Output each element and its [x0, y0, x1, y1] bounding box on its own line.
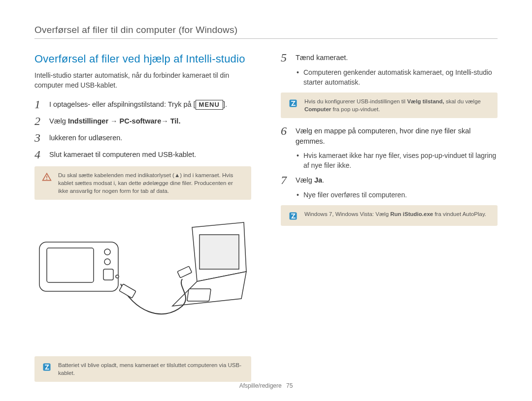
warning-text: Du skal sætte kabelenden med indikatorly… — [58, 171, 244, 195]
step-7-bullets: Nye filer overføres til computeren. — [281, 190, 498, 200]
page-number: 75 — [286, 382, 293, 389]
svg-point-5 — [104, 259, 110, 265]
step-text: lukkeren for udløseren. — [49, 133, 122, 143]
step-7: 7 Vælg Ja. — [281, 175, 498, 186]
warning-note: Du skal sætte kabelenden med indikatorly… — [34, 166, 251, 200]
s7p: Vælg — [296, 176, 314, 184]
svg-rect-8 — [200, 235, 239, 269]
step-text: Slut kameraet til computeren med USB-kab… — [49, 150, 196, 160]
n5d: fra pop up-vinduet. — [331, 106, 380, 112]
step-6-bullets: Hvis kameraet ikke har nye filer, vises … — [281, 151, 498, 171]
step-text: Vælg Ja. — [296, 175, 324, 185]
svg-point-1 — [46, 179, 47, 180]
section-title: Overførsel af filer ved hjælp af Intelli… — [34, 53, 251, 65]
svg-rect-11 — [177, 266, 192, 278]
n7c: fra vinduet AutoPlay. — [433, 211, 486, 217]
info-note-left: Batteriet vil blive opladt, mens kamerae… — [34, 356, 251, 382]
step-6: 6 Vælg en mappe på computeren, hvor dine… — [281, 126, 498, 147]
info-text-7: Windows 7, Windows Vista: Vælg Run iStud… — [304, 210, 486, 221]
step-3: 3 lukkeren for udløseren. — [34, 133, 251, 144]
svg-point-4 — [104, 249, 110, 255]
bullet-item: Nye filer overføres til computeren. — [297, 190, 498, 200]
step2-prefix: Vælg — [49, 117, 68, 125]
s7b: Ja — [314, 176, 322, 184]
info-note-7: Windows 7, Windows Vista: Vælg Run iStud… — [281, 205, 498, 226]
n5c: skal du vælge — [444, 98, 481, 104]
breadcrumb: Overførsel af filer til din computer (fo… — [34, 25, 498, 35]
step-2: 2 Vælg Indstillinger → PC-software→ Til. — [34, 116, 251, 127]
info-note-icon — [288, 210, 299, 221]
step-number: 7 — [281, 174, 290, 186]
warning-triangle-icon — [41, 171, 52, 195]
step2-bold: Indstillinger → PC-software→ Til. — [68, 117, 181, 125]
connection-illustration — [34, 213, 251, 340]
info-note-icon — [41, 361, 52, 377]
bullet-item: Computeren genkender automatisk kameraet… — [297, 67, 498, 88]
step-4: 4 Slut kameraet til computeren med USB-k… — [34, 150, 251, 160]
step1-suffix: ]. — [223, 100, 227, 108]
footer-section: Afspille/redigere — [239, 382, 282, 389]
svg-rect-10 — [119, 284, 136, 298]
left-column: Overførsel af filer ved hjælp af Intelli… — [34, 53, 251, 390]
n5a: Hvis du konfigurerer USB-indstillingen t… — [304, 98, 407, 104]
s7s: . — [322, 176, 324, 184]
step-text: Vælg Indstillinger → PC-software→ Til. — [49, 116, 180, 126]
svg-rect-9 — [187, 289, 211, 301]
n5b1: Vælg tilstand, — [407, 98, 444, 104]
step-text: I optagelses- eller afspilningstilstand:… — [49, 99, 227, 110]
warn-a: Du skal sætte kabelenden med indikatorly… — [58, 172, 174, 178]
divider — [34, 38, 498, 39]
svg-rect-6 — [103, 269, 113, 280]
intro-text: Intelli-studio starter automatisk, når d… — [34, 70, 251, 91]
step-number: 6 — [281, 125, 290, 137]
step-number: 1 — [34, 98, 43, 110]
step-number: 4 — [34, 149, 43, 160]
step-text: Vælg en mappe på computeren, hvor dine n… — [296, 126, 498, 147]
n5b2: Computer — [304, 106, 331, 112]
step1-prefix: I optagelses- eller afspilningstilstand:… — [49, 100, 196, 108]
n7a: Windows 7, Windows Vista: Vælg — [304, 211, 390, 217]
info-text-left: Batteriet vil blive opladt, mens kamerae… — [58, 361, 244, 377]
n7b: Run iStudio.exe — [390, 211, 433, 217]
svg-rect-3 — [47, 248, 94, 282]
step-1: 1 I optagelses- eller afspilningstilstan… — [34, 99, 251, 110]
step-number: 2 — [34, 115, 43, 127]
menu-button-label: MENU — [196, 100, 223, 110]
info-text-5: Hvis du konfigurerer USB-indstillingen t… — [304, 97, 491, 113]
step-5-bullets: Computeren genkender automatisk kameraet… — [281, 67, 498, 88]
bullet-item: Hvis kameraet ikke har nye filer, vises … — [297, 151, 498, 171]
step-text: Tænd kameraet. — [296, 53, 348, 63]
info-note-icon — [288, 97, 299, 113]
page-footer: Afspille/redigere 75 — [0, 382, 532, 389]
step-number: 5 — [281, 52, 290, 63]
right-column: 5 Tænd kameraet. Computeren genkender au… — [281, 53, 498, 390]
svg-point-7 — [116, 275, 119, 278]
step-5: 5 Tænd kameraet. — [281, 53, 498, 63]
step-number: 3 — [34, 132, 43, 144]
info-note-5: Hvis du konfigurerer USB-indstillingen t… — [281, 93, 498, 118]
